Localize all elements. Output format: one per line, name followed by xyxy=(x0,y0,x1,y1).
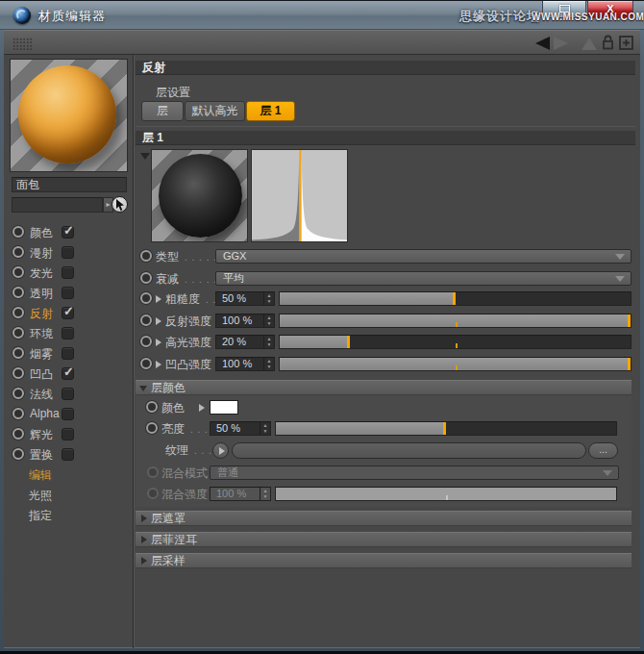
expand-arrow-icon[interactable] xyxy=(199,404,205,412)
reflection-strength-value-field[interactable]: 100 % ▲▼ xyxy=(215,314,275,328)
slider-handle[interactable] xyxy=(628,314,631,327)
record-dot-icon[interactable] xyxy=(140,292,152,304)
record-dot-icon[interactable] xyxy=(140,250,152,262)
expand-arrow-icon[interactable] xyxy=(156,361,161,368)
channel-checkbox[interactable] xyxy=(62,428,74,440)
channel-checkbox[interactable] xyxy=(62,408,74,420)
record-dot-icon[interactable] xyxy=(12,287,24,298)
color-swatch[interactable] xyxy=(210,400,238,415)
slider-handle[interactable] xyxy=(628,358,631,370)
channel-checkbox[interactable] xyxy=(62,388,74,400)
channel-checkbox[interactable]: ✓ xyxy=(62,226,74,239)
type-dropdown[interactable]: GGX xyxy=(215,249,632,264)
specular-strength-value-field[interactable]: 20 % ▲▼ xyxy=(215,335,275,349)
layer-fresnel-header[interactable]: 层菲涅耳 xyxy=(136,532,632,547)
channel-checkbox[interactable] xyxy=(62,287,74,299)
add-icon[interactable] xyxy=(619,36,633,54)
record-dot-icon[interactable] xyxy=(12,408,24,419)
stepper-arrows-icon[interactable]: ▲▼ xyxy=(263,336,274,348)
texture-path-field[interactable] xyxy=(232,442,586,459)
record-dot-icon[interactable] xyxy=(12,246,24,258)
channel-checkbox[interactable] xyxy=(62,266,74,279)
texture-browse-button[interactable]: ... xyxy=(588,442,618,459)
expand-arrow-icon[interactable] xyxy=(156,317,161,325)
tab-default-specular[interactable]: 默认高光 xyxy=(185,101,245,121)
bump-strength-value-field[interactable]: 100 % ▲▼ xyxy=(215,357,275,371)
record-dot-icon[interactable] xyxy=(140,272,152,284)
record-dot-icon[interactable] xyxy=(140,314,152,326)
specular-strength-slider[interactable] xyxy=(279,335,632,349)
titlebar[interactable]: 材质编辑器 思缘设计论坛 X WWW.MISSYUAN.COM xyxy=(0,1,644,30)
record-dot-icon[interactable] xyxy=(12,448,24,460)
record-dot-icon[interactable] xyxy=(146,422,158,434)
texture-arrow-button[interactable] xyxy=(212,442,229,459)
record-dot-icon[interactable] xyxy=(12,367,24,379)
channel-row-environment[interactable]: 环境 xyxy=(12,326,129,340)
slider-handle[interactable] xyxy=(453,292,456,305)
record-dot-icon[interactable] xyxy=(12,388,24,399)
channel-row-fog[interactable]: 烟雾 xyxy=(12,346,129,361)
record-dot-icon[interactable] xyxy=(12,428,24,440)
tab-layer1[interactable]: 层 1 xyxy=(246,101,295,121)
stepper-arrows-icon[interactable]: ▲▼ xyxy=(263,292,274,305)
sidebar-item-illumination[interactable]: 光照 xyxy=(29,488,52,502)
channel-row-color[interactable]: 颜色 ✓ xyxy=(12,225,129,239)
attenuation-label: 衰减 xyxy=(156,271,179,288)
expand-arrow-icon[interactable] xyxy=(156,295,161,303)
channel-row-normal[interactable]: 法线 xyxy=(12,387,129,401)
record-dot-icon[interactable] xyxy=(140,358,152,369)
roughness-value-field[interactable]: 50 % ▲▼ xyxy=(215,291,275,306)
grip-handle-icon[interactable] xyxy=(12,38,33,50)
record-dot-icon[interactable] xyxy=(140,336,152,347)
layer-color-header[interactable]: 层颜色 xyxy=(136,380,632,395)
record-dot-icon[interactable] xyxy=(12,266,24,278)
preset-input[interactable] xyxy=(12,197,103,213)
slider-handle[interactable] xyxy=(443,422,446,435)
record-dot-icon[interactable] xyxy=(12,327,24,339)
roughness-slider[interactable] xyxy=(279,291,632,306)
stepper-arrows-icon[interactable]: ▲▼ xyxy=(263,314,274,327)
channel-row-alpha[interactable]: Alpha xyxy=(12,407,129,421)
channel-row-luminance[interactable]: 发光 xyxy=(12,265,129,280)
channel-checkbox[interactable] xyxy=(62,327,74,340)
brightness-value-field[interactable]: 50 % ▲▼ xyxy=(210,421,271,436)
record-dot-icon[interactable] xyxy=(12,307,24,318)
collapse-arrow-icon[interactable] xyxy=(140,153,150,160)
brightness-slider[interactable] xyxy=(275,421,617,436)
channel-row-transparency[interactable]: 透明 xyxy=(12,286,129,300)
slider-handle[interactable] xyxy=(347,336,350,348)
record-dot-icon[interactable] xyxy=(146,401,158,413)
forward-arrow-icon[interactable] xyxy=(554,37,568,50)
material-name-input[interactable]: 面包 xyxy=(12,177,127,192)
channel-row-glow[interactable]: 辉光 xyxy=(12,427,129,441)
attenuation-dropdown[interactable]: 平均 xyxy=(215,271,632,286)
channel-row-bump[interactable]: 凹凸 ✓ xyxy=(12,366,129,381)
lock-icon[interactable] xyxy=(602,35,614,55)
sidebar-item-editor[interactable]: 编辑 xyxy=(29,467,52,482)
channel-checkbox[interactable] xyxy=(62,246,74,259)
distribution-curve-preview[interactable] xyxy=(251,149,348,242)
channel-checkbox[interactable] xyxy=(62,448,74,461)
channel-row-reflectance[interactable]: 反射 ✓ xyxy=(12,306,129,320)
stepper-arrows-icon[interactable]: ▲▼ xyxy=(263,358,274,370)
layer-sampling-header[interactable]: 层采样 xyxy=(136,553,632,568)
channel-checkbox[interactable] xyxy=(62,347,74,360)
reflection-strength-slider[interactable] xyxy=(279,314,632,328)
channel-row-diffusion[interactable]: 漫射 xyxy=(12,245,129,260)
material-preview[interactable] xyxy=(10,59,128,172)
up-arrow-icon[interactable] xyxy=(582,38,597,50)
record-dot-icon[interactable] xyxy=(12,347,24,359)
back-arrow-icon[interactable] xyxy=(535,37,550,50)
channel-checkbox[interactable]: ✓ xyxy=(62,307,74,319)
sidebar-item-assign[interactable]: 指定 xyxy=(29,508,52,522)
expand-arrow-icon[interactable] xyxy=(156,339,161,346)
layer-preview-sphere[interactable] xyxy=(151,149,248,242)
stepper-arrows-icon[interactable]: ▲▼ xyxy=(260,422,270,435)
pick-material-button[interactable] xyxy=(111,196,128,213)
bump-strength-slider[interactable] xyxy=(279,357,632,371)
record-dot-icon[interactable] xyxy=(12,226,24,238)
channel-checkbox[interactable]: ✓ xyxy=(62,367,74,380)
layer-mask-header[interactable]: 层遮罩 xyxy=(136,511,632,526)
channel-row-displacement[interactable]: 置换 xyxy=(12,447,129,462)
tab-layers[interactable]: 层 xyxy=(141,101,184,121)
